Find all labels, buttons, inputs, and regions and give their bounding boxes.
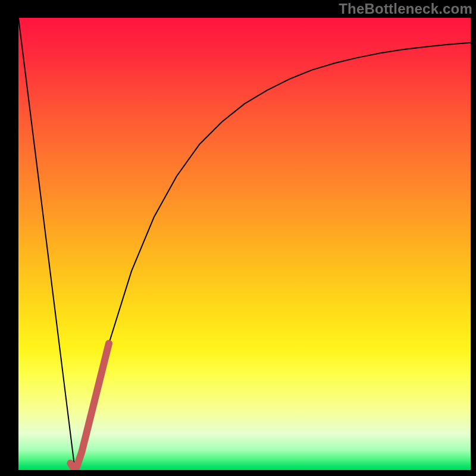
watermark-label: TheBottleneck.com	[339, 1, 472, 17]
chart-stage: TheBottleneck.com	[0, 0, 476, 476]
bottleneck-chart	[0, 0, 476, 476]
plot-area	[18, 18, 471, 470]
